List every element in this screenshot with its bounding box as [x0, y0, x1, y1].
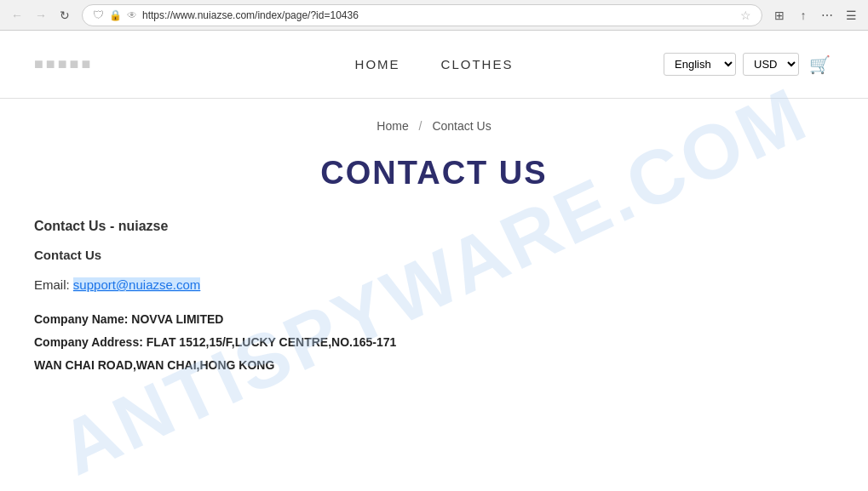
reload-button[interactable]: ↻: [55, 5, 75, 26]
nav-clothes[interactable]: CLOTHES: [441, 57, 514, 71]
company-name: Company Name: NOVVA LIMITED: [34, 309, 733, 330]
menu-icon[interactable]: ☰: [841, 5, 861, 26]
breadcrumb-separator: /: [419, 119, 423, 133]
content-section: Contact Us - nuiazse Contact Us Email: s…: [0, 219, 767, 413]
browser-action-icons: ⊞ ↑ ⋯ ☰: [769, 5, 861, 26]
shield-icon: 🛡: [93, 9, 104, 21]
breadcrumb-home[interactable]: Home: [377, 119, 408, 133]
address-bar[interactable]: 🛡 🔒 👁 ☆: [82, 4, 762, 26]
contact-subtitle: Contact Us: [34, 248, 733, 262]
breadcrumb: Home / Contact Us: [0, 99, 868, 141]
currency-select[interactable]: USD EUR GBP: [743, 53, 799, 76]
header-right: English French German USD EUR GBP 🛒: [664, 51, 834, 78]
company-address1: Company Address: FLAT 1512,15/F,LUCKY CE…: [34, 332, 733, 353]
email-label: Email:: [34, 277, 70, 292]
page-title: CONTACT US: [0, 155, 868, 191]
nav-home[interactable]: HOME: [355, 57, 400, 71]
back-button[interactable]: ←: [7, 5, 27, 26]
share-icon[interactable]: ↑: [793, 5, 813, 26]
tracking-icon: 👁: [127, 9, 137, 21]
browser-toolbar: ← → ↻ 🛡 🔒 👁 ☆ ⊞ ↑ ⋯ ☰: [0, 0, 868, 31]
cart-button[interactable]: 🛒: [806, 51, 834, 78]
extensions-icon[interactable]: ⋯: [817, 5, 837, 26]
company-address2: WAN CHAI ROAD,WAN CHAI,HONG KONG: [34, 355, 733, 376]
pocket-icon[interactable]: ⊞: [769, 5, 790, 26]
url-input[interactable]: [142, 9, 735, 21]
site-nav: HOME CLOTHES: [355, 57, 514, 71]
browser-nav-buttons: ← → ↻: [7, 5, 75, 26]
site-logo: ■■■■■: [34, 55, 93, 73]
company-info: Company Name: NOVVA LIMITED Company Addr…: [34, 309, 733, 377]
breadcrumb-current: Contact Us: [432, 119, 491, 133]
bookmark-icon[interactable]: ☆: [740, 9, 751, 22]
language-select[interactable]: English French German: [664, 53, 736, 76]
page-title-section: CONTACT US: [0, 141, 868, 219]
forward-button[interactable]: →: [31, 5, 51, 26]
content-heading: Contact Us - nuiazse: [34, 219, 733, 234]
email-link[interactable]: support@nuiazse.com: [73, 277, 200, 292]
email-line: Email: support@nuiazse.com: [34, 277, 733, 292]
lock-icon: 🔒: [109, 9, 122, 21]
site-header: ■■■■■ HOME CLOTHES English French German…: [0, 31, 868, 99]
